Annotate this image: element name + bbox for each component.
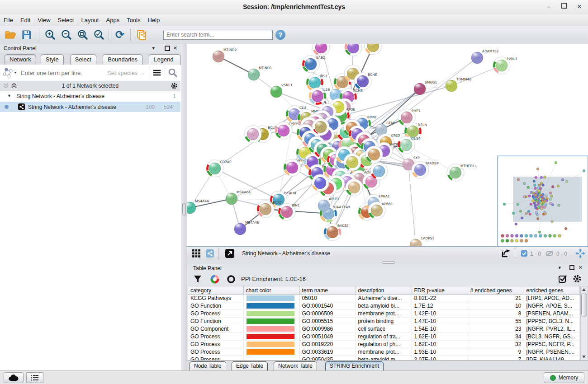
network-node[interactable]: PVRL2 xyxy=(493,57,517,74)
network-node[interactable]: TARDBP xyxy=(412,161,439,178)
menu-view[interactable]: View xyxy=(34,14,54,23)
refresh-button[interactable]: ⟳ xyxy=(113,28,127,41)
network-node[interactable] xyxy=(244,126,261,143)
gear-icon[interactable] xyxy=(171,82,178,89)
enrichment-row[interactable]: GO ProcessGO:0051049regulation of tra...… xyxy=(188,333,580,341)
species-hint[interactable]: Set species → xyxy=(107,70,145,76)
tab-edge-table[interactable]: Edge Table xyxy=(232,361,268,371)
enrichment-row[interactable]: GO ProcessGO:0033619membrane prot...1.93… xyxy=(188,348,580,356)
enrichment-row[interactable]: GO FunctionGO:0005515protein binding1.47… xyxy=(188,318,580,325)
close-button[interactable]: ✕ xyxy=(574,2,585,12)
tab-network-table[interactable]: Network Table xyxy=(274,361,317,371)
panel-close-icon[interactable]: ✕ xyxy=(579,265,583,271)
select-terms-icon[interactable] xyxy=(559,275,567,283)
draw-charts-icon[interactable] xyxy=(210,275,219,284)
table-scrollbar[interactable] xyxy=(580,286,588,361)
col-term-name[interactable]: term name xyxy=(299,286,356,295)
string-logo-icon[interactable] xyxy=(2,66,17,79)
network-node[interactable]: IL1B xyxy=(309,88,330,105)
tree-expander-icon[interactable]: ▼ xyxy=(7,94,11,98)
gear-icon[interactable] xyxy=(573,274,582,283)
enrichment-row[interactable]: GO ProcessGO:0019220regulation of ph...1… xyxy=(188,341,580,348)
network-node[interactable]: MTHFD1L xyxy=(447,164,477,181)
zoom-out-button[interactable] xyxy=(60,28,73,41)
enrichment-row[interactable]: GO ComponentGO:0009986cell surface1.54E-… xyxy=(188,325,580,333)
filter-icon[interactable] xyxy=(193,275,202,284)
panel-float-icon[interactable] xyxy=(569,265,574,271)
network-edge[interactable] xyxy=(266,209,328,214)
navigate-button[interactable] xyxy=(574,248,586,259)
scroll-up-icon[interactable] xyxy=(582,288,586,291)
menu-edit[interactable]: Edit xyxy=(17,14,34,23)
tab-select[interactable]: Select xyxy=(70,54,96,65)
table-header-row[interactable]: categorychart colorterm namedescriptionF… xyxy=(188,286,580,295)
col-description[interactable]: description xyxy=(356,286,412,295)
enrichment-row[interactable]: GO FunctionGO:0001540beta-amyloid bi...1… xyxy=(188,302,580,310)
enrichment-row[interactable]: KEGG Pathways05010Alzheimer's dise...8.8… xyxy=(188,295,580,302)
network-node[interactable] xyxy=(346,179,363,196)
open-session-button[interactable] xyxy=(4,28,17,41)
network-node[interactable] xyxy=(365,44,382,55)
network-from-clipboard-button[interactable] xyxy=(135,28,148,41)
menu-help[interactable]: Help xyxy=(144,14,164,23)
menu-select[interactable]: Select xyxy=(54,14,77,23)
tab-network[interactable]: Network xyxy=(5,54,36,65)
remove-charts-icon[interactable] xyxy=(227,275,236,284)
grid-view-button[interactable] xyxy=(190,248,202,259)
save-session-button[interactable] xyxy=(20,28,33,41)
zoom-fit-button[interactable] xyxy=(76,28,90,41)
col--enriched-genes[interactable]: # enriched genes xyxy=(468,286,524,295)
open-in-window-button[interactable] xyxy=(224,248,236,259)
col-enriched-genes[interactable]: enriched genes xyxy=(524,286,580,295)
birds-eye-view[interactable] xyxy=(498,156,588,246)
menu-layout[interactable]: Layout xyxy=(77,14,102,23)
network-node[interactable]: APBB1 xyxy=(368,202,393,219)
enrichment-row[interactable]: GO ProcessGO:0006509membrane prot...1.42… xyxy=(188,310,580,318)
zoom-in-button[interactable] xyxy=(43,28,57,41)
tab-boundaries[interactable]: Boundaries xyxy=(103,54,142,65)
network-node[interactable]: MT-ND1 xyxy=(248,66,272,80)
network-node[interactable] xyxy=(312,174,329,192)
network-row-selected[interactable]: String Network - Alzheimer's disease 100… xyxy=(0,102,180,112)
col-category[interactable]: category xyxy=(188,286,243,295)
network-edge[interactable] xyxy=(215,169,279,200)
network-node[interactable] xyxy=(344,154,361,171)
panel-menu-icon[interactable]: ▾ xyxy=(152,45,155,51)
enrichment-row[interactable]: GO ProcessGO:0050435beta-amyloid m...2.0… xyxy=(188,356,580,361)
panel-splitter-horizontal[interactable] xyxy=(187,260,588,264)
network-node[interactable]: CADPS2 xyxy=(410,236,434,246)
memory-button[interactable]: Memory xyxy=(544,372,584,383)
string-options-menu-icon[interactable] xyxy=(149,68,165,77)
zoom-selected-button[interactable] xyxy=(92,28,106,41)
cloud-button[interactable] xyxy=(4,372,24,383)
menu-tools[interactable]: Tools xyxy=(123,14,144,23)
network-node[interactable] xyxy=(365,146,383,163)
string-search-icon[interactable] xyxy=(165,67,180,78)
menu-apps[interactable]: Apps xyxy=(103,14,123,23)
network-canvas[interactable]: MT-ND2MT-ND1VSNL1GAB2IRS1CHATBCHEIL1BACH… xyxy=(187,44,588,246)
panel-close-icon[interactable]: ✕ xyxy=(173,45,177,51)
network-node[interactable]: BACE2 xyxy=(324,224,349,241)
network-node[interactable]: VSNL1 xyxy=(270,83,293,98)
col-fdr-p-value[interactable]: FDR p-value xyxy=(412,286,468,295)
network-node[interactable]: ABCA7 xyxy=(257,201,282,218)
network-node[interactable] xyxy=(345,44,362,56)
tab-legend-panel[interactable]: Legend Panel xyxy=(149,54,181,65)
network-node[interactable] xyxy=(313,44,330,56)
network-collection-row[interactable]: ▼ String Network - Alzheimer's disease 1 xyxy=(0,91,180,102)
maximize-button[interactable] xyxy=(558,2,570,12)
minimize-button[interactable]: – xyxy=(543,2,555,12)
network-node[interactable]: BCHE xyxy=(354,73,377,90)
export-network-button[interactable] xyxy=(500,248,512,259)
string-view-button[interactable] xyxy=(204,248,216,259)
string-query-input[interactable] xyxy=(17,69,107,77)
help-button[interactable]: ? xyxy=(274,28,287,41)
panel-splitter-vertical[interactable] xyxy=(181,44,187,370)
tab-node-table[interactable]: Node Table xyxy=(190,361,226,371)
scrollbar-thumb[interactable] xyxy=(581,293,587,317)
search-input[interactable] xyxy=(163,30,273,40)
col-chart-color[interactable]: chart color xyxy=(243,286,299,295)
network-node[interactable]: GAB2 xyxy=(302,56,325,73)
scroll-down-icon[interactable] xyxy=(582,356,586,358)
tab-style[interactable]: Style xyxy=(41,54,64,65)
